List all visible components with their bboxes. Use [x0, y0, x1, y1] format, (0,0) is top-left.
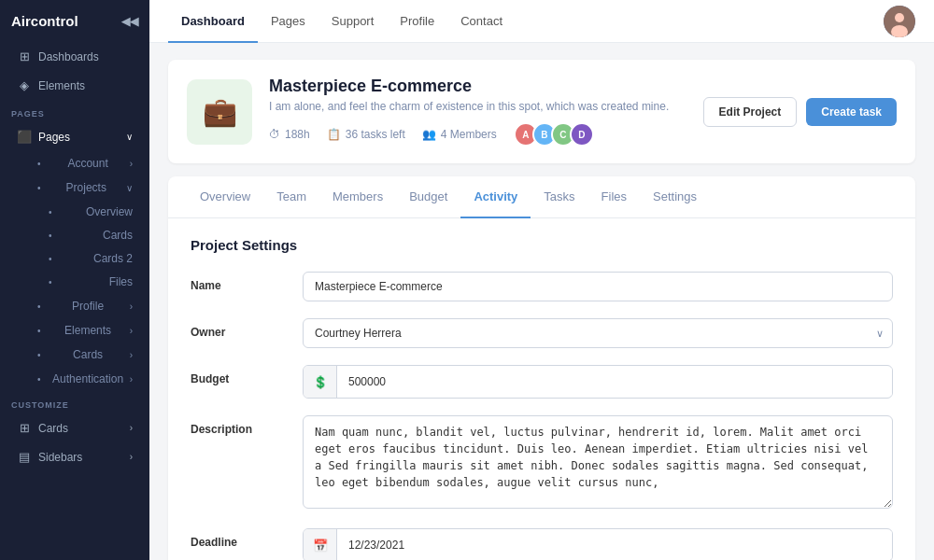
cards2-label: Cards 2 — [93, 252, 133, 265]
sidebar-sub-cards[interactable]: Cards — [49, 224, 144, 246]
tab-team[interactable]: Team — [263, 176, 319, 218]
owner-select[interactable]: Courtney Herrera John Doe Jane Smith — [303, 318, 893, 348]
name-input[interactable] — [303, 272, 893, 301]
user-avatar[interactable] — [884, 6, 915, 37]
project-icon: 💼 — [187, 79, 252, 145]
top-nav: Dashboard Pages Support Profile Contact — [149, 0, 934, 43]
account-label: Account — [67, 157, 107, 170]
settings-card: Project Settings Name Owner Courtney Her… — [168, 218, 915, 560]
topnav-dashboard[interactable]: Dashboard — [168, 1, 258, 43]
sidebar-sub-cards3[interactable]: Cards › — [6, 343, 144, 366]
cards-c-icon: ⊞ — [17, 421, 32, 435]
field-description-row: Description Nam quam nunc, blandit vel, … — [191, 415, 893, 511]
authentication-chevron-icon: › — [130, 374, 133, 385]
sidebar-item-dashboards[interactable]: ⊞ Dashboards — [6, 43, 144, 70]
field-budget-row: Budget 💲 — [191, 365, 893, 399]
project-description: I am alone, and feel the charm of existe… — [269, 100, 686, 113]
cards-c-label: Cards — [38, 422, 68, 435]
tab-budget[interactable]: Budget — [396, 176, 460, 218]
sidebar-sub-files[interactable]: Files — [49, 271, 144, 293]
sidebars-chevron-icon: › — [130, 452, 133, 462]
budget-label: Budget — [191, 365, 303, 385]
topnav-links: Dashboard Pages Support Profile Contact — [168, 1, 516, 42]
sidebar-sub-account[interactable]: Account › — [6, 152, 144, 175]
project-time: ⏱ 188h — [269, 128, 310, 141]
cards3-chevron-icon: › — [130, 350, 133, 360]
deadline-field: 📅 — [303, 528, 893, 560]
edit-project-button[interactable]: Edit Project — [703, 97, 798, 127]
clock-icon: ⏱ — [269, 128, 280, 141]
project-tasks-value: 36 tasks left — [346, 128, 405, 141]
sidebar-sub-authentication[interactable]: Authentication › — [6, 368, 144, 390]
sidebar-item-pages[interactable]: ⬛ Pages ∨ — [6, 123, 144, 150]
member-avatars: A B C D — [514, 122, 594, 147]
budget-dollar-icon: 💲 — [304, 366, 337, 398]
sidebar-item-elements[interactable]: ◈ Elements — [6, 72, 144, 99]
pages-icon: ⬛ — [17, 130, 32, 144]
create-task-button[interactable]: Create task — [806, 98, 897, 126]
settings-title: Project Settings — [191, 237, 893, 253]
topnav-support[interactable]: Support — [318, 1, 388, 43]
tasks-icon: 📋 — [327, 128, 341, 141]
tab-files[interactable]: Files — [588, 176, 640, 218]
calendar-icon: 📅 — [304, 529, 337, 560]
tab-members[interactable]: Members — [319, 176, 396, 218]
subtabs: Overview Team Members Budget Activity Ta… — [168, 176, 915, 218]
dashboards-icon: ⊞ — [17, 49, 32, 63]
tab-tasks[interactable]: Tasks — [531, 176, 587, 218]
deadline-wrap: 📅 — [303, 528, 893, 560]
page-content: 💼 Masterpiece E-commerce I am alone, and… — [149, 43, 934, 560]
app-name: Aircontrol — [11, 13, 78, 29]
projects-label: Projects — [66, 181, 106, 194]
sidebar-item-cards-c[interactable]: ⊞ Cards › — [6, 414, 144, 441]
name-field — [303, 272, 893, 301]
project-members-value: 4 Members — [441, 128, 497, 141]
sidebar-item-sidebars[interactable]: ▤ Sidebars › — [6, 443, 144, 470]
sidebar-pages-label: Pages — [38, 131, 70, 144]
cards3-label: Cards — [73, 348, 103, 361]
description-label: Description — [191, 415, 303, 436]
field-owner-row: Owner Courtney Herrera John Doe Jane Smi… — [191, 318, 893, 348]
project-actions: Edit Project Create task — [703, 97, 897, 127]
project-info: Masterpiece E-commerce I am alone, and f… — [269, 77, 686, 147]
sidebar-sub-profile[interactable]: Profile › — [6, 295, 144, 317]
deadline-label: Deadline — [191, 528, 303, 549]
projects-chevron-icon: ∨ — [126, 183, 133, 193]
owner-field: Courtney Herrera John Doe Jane Smith ∨ — [303, 318, 893, 348]
elements2-label: Elements — [64, 324, 111, 337]
sidebar-sub-elements2[interactable]: Elements › — [6, 319, 144, 342]
pages-section-label: PAGES — [0, 100, 149, 122]
topnav-profile[interactable]: Profile — [387, 1, 447, 43]
authentication-label: Authentication — [52, 372, 123, 385]
cards-c-chevron-icon: › — [130, 423, 133, 433]
app-logo: Aircontrol ◀◀ — [0, 0, 149, 42]
sidebar-item-dashboards-label: Dashboards — [38, 50, 99, 63]
profile-label: Profile — [72, 300, 104, 313]
project-title: Masterpiece E-commerce — [269, 77, 686, 96]
owner-label: Owner — [191, 318, 303, 339]
description-field: Nam quam nunc, blandit vel, luctus pulvi… — [303, 415, 893, 511]
description-textarea[interactable]: Nam quam nunc, blandit vel, luctus pulvi… — [303, 415, 893, 509]
project-tasks: 📋 36 tasks left — [327, 128, 405, 141]
field-deadline-row: Deadline 📅 — [191, 528, 893, 560]
budget-input[interactable] — [337, 368, 892, 396]
deadline-input[interactable] — [337, 531, 892, 559]
topnav-contact[interactable]: Contact — [447, 1, 516, 43]
elements-icon: ◈ — [17, 78, 32, 92]
sidebar-sub-overview[interactable]: Overview — [49, 201, 144, 223]
sidebars-icon: ▤ — [17, 450, 32, 464]
topnav-pages[interactable]: Pages — [258, 1, 318, 43]
tab-settings[interactable]: Settings — [640, 176, 710, 218]
members-icon: 👥 — [422, 128, 436, 141]
project-icon-symbol: 💼 — [203, 95, 237, 128]
sidebar-sub-cards2[interactable]: Cards 2 — [49, 247, 144, 270]
svg-point-1 — [895, 13, 904, 22]
sidebar-collapse-icon[interactable]: ◀◀ — [121, 15, 138, 28]
tab-activity[interactable]: Activity — [460, 176, 531, 218]
sidebar: Aircontrol ◀◀ ⊞ Dashboards ◈ Elements PA… — [0, 0, 149, 560]
project-header: 💼 Masterpiece E-commerce I am alone, and… — [168, 60, 915, 163]
pages-chevron-icon: ∨ — [126, 132, 133, 142]
main-content: Dashboard Pages Support Profile Contact … — [149, 0, 934, 560]
sidebar-sub-projects[interactable]: Projects ∨ — [6, 176, 144, 199]
tab-overview[interactable]: Overview — [187, 176, 263, 218]
